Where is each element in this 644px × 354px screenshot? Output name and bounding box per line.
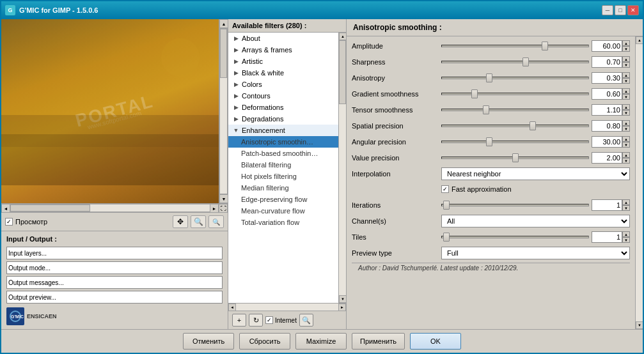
anisotropy-down[interactable]: ▼	[622, 78, 630, 84]
angular-prec-slider-container[interactable]	[441, 137, 589, 147]
tensor-smooth-down[interactable]: ▼	[622, 110, 630, 116]
iterations-input[interactable]	[592, 199, 622, 211]
spatial-prec-up[interactable]: ▲	[622, 120, 630, 126]
filter-item-degradations[interactable]: ▶ Degradations	[228, 113, 338, 125]
filter-item-hotpixels[interactable]: Hot pixels filtering	[228, 171, 338, 182]
tensor-smooth-input[interactable]	[592, 104, 622, 116]
h-scroll-track[interactable]	[10, 204, 210, 212]
angular-prec-down[interactable]: ▼	[622, 142, 630, 148]
anisotropy-slider-container[interactable]	[441, 73, 589, 83]
close-button[interactable]: ✕	[627, 5, 639, 15]
add-filter-button[interactable]: +	[232, 314, 246, 327]
minimize-button[interactable]: ─	[602, 5, 613, 15]
h-scroll-left[interactable]: ◄	[1, 204, 10, 213]
v-scroll-down[interactable]: ▼	[219, 194, 228, 203]
search-filter-button[interactable]: 🔍	[299, 314, 313, 327]
spatial-prec-input[interactable]	[592, 120, 622, 132]
internet-checkbox[interactable]: ✓	[265, 316, 273, 324]
value-prec-up[interactable]: ▲	[622, 152, 630, 158]
fv-scroll-down[interactable]: ▼	[339, 295, 346, 303]
refresh-filter-button[interactable]: ↻	[249, 314, 263, 327]
filter-item-arrays[interactable]: ▶ Arrays & frames	[228, 44, 338, 56]
fh-track[interactable]	[236, 304, 338, 311]
channels-select[interactable]: All RGB RGBA	[441, 215, 630, 227]
sharpness-up[interactable]: ▲	[622, 56, 630, 62]
filter-item-enhancement[interactable]: ▼ Enhancement	[228, 125, 338, 136]
amplitude-up[interactable]: ▲	[622, 40, 630, 46]
preview-checkbox[interactable]: ✓	[5, 218, 13, 226]
tensor-smooth-slider-thumb[interactable]	[483, 105, 489, 114]
ok-button[interactable]: OK	[410, 333, 461, 350]
filter-item-colors[interactable]: ▶ Colors	[228, 79, 338, 90]
sharpness-slider-container[interactable]	[441, 57, 589, 67]
gradient-smooth-up[interactable]: ▲	[622, 88, 630, 94]
gradient-smooth-down[interactable]: ▼	[622, 94, 630, 100]
spatial-prec-slider-thumb[interactable]	[530, 121, 536, 130]
tiles-down[interactable]: ▼	[622, 237, 630, 243]
anisotropy-up[interactable]: ▲	[622, 72, 630, 78]
zoom-in-button[interactable]: 🔍	[191, 215, 206, 228]
filter-item-anisotropic[interactable]: Anisotropic smoothin…	[228, 136, 338, 148]
fullscreen-button[interactable]: ⛶	[219, 204, 228, 213]
value-prec-down[interactable]: ▼	[622, 158, 630, 164]
value-prec-slider-thumb[interactable]	[512, 153, 519, 162]
filter-item-patch[interactable]: Patch-based smoothin…	[228, 148, 338, 159]
filter-item-bilateral[interactable]: Bilateral filtering	[228, 159, 338, 171]
maximize-button[interactable]: □	[615, 5, 626, 15]
filter-item-contours[interactable]: ▶ Contours	[228, 90, 338, 102]
output-mode-select[interactable]: Output mode...	[6, 261, 223, 274]
spatial-prec-down[interactable]: ▼	[622, 126, 630, 132]
spatial-prec-slider-container[interactable]	[441, 121, 589, 131]
rs-up[interactable]: ▲	[636, 36, 643, 44]
apply-button[interactable]: Применить	[352, 333, 405, 350]
tiles-input[interactable]	[592, 231, 622, 243]
iterations-down[interactable]: ▼	[622, 205, 630, 211]
filter-item-median[interactable]: Median filtering	[228, 182, 338, 194]
fast-approx-checkbox[interactable]: ✓	[441, 185, 449, 193]
v-scroll-up[interactable]: ▲	[219, 19, 228, 28]
value-prec-slider-container[interactable]	[441, 153, 589, 163]
anisotropy-slider-thumb[interactable]	[486, 73, 492, 82]
filter-item-edge[interactable]: Edge-preserving flow	[228, 194, 338, 205]
angular-prec-input[interactable]	[592, 136, 622, 148]
reset-button[interactable]: Сбросить	[239, 333, 290, 350]
filter-item-artistic[interactable]: ▶ Artistic	[228, 56, 338, 67]
amplitude-down[interactable]: ▼	[622, 46, 630, 52]
angular-prec-slider-thumb[interactable]	[486, 137, 492, 146]
sharpness-slider-thumb[interactable]	[522, 58, 529, 66]
amplitude-input[interactable]	[592, 40, 622, 52]
move-button[interactable]: ✥	[173, 215, 188, 228]
zoom-out-button[interactable]: 🔍	[208, 215, 224, 228]
gradient-smooth-slider-thumb[interactable]	[471, 89, 478, 98]
tiles-up[interactable]: ▲	[622, 231, 630, 237]
gradient-smooth-input[interactable]	[592, 88, 622, 100]
rs-down[interactable]: ▼	[636, 321, 643, 329]
iterations-up[interactable]: ▲	[622, 199, 630, 205]
tiles-slider-thumb[interactable]	[443, 233, 450, 242]
filter-item-totalvar[interactable]: Total-variation flow	[228, 217, 338, 228]
iterations-slider-container[interactable]	[441, 200, 589, 210]
filter-item-deformations[interactable]: ▶ Deformations	[228, 102, 338, 113]
fv-track[interactable]	[339, 40, 346, 295]
tiles-slider-container[interactable]	[441, 232, 589, 242]
angular-prec-up[interactable]: ▲	[622, 136, 630, 142]
interpolation-select[interactable]: Nearest neighbor Linear Bicubic	[441, 167, 630, 180]
sharpness-down[interactable]: ▼	[622, 62, 630, 68]
gradient-smooth-slider-container[interactable]	[441, 89, 589, 99]
rs-track[interactable]	[636, 44, 643, 321]
filter-item-about[interactable]: ▶ About	[228, 33, 338, 44]
h-scroll-right[interactable]: ►	[210, 204, 219, 213]
tensor-smooth-up[interactable]: ▲	[622, 104, 630, 110]
input-layers-select[interactable]: Input layers...	[6, 247, 223, 259]
iterations-slider-thumb[interactable]	[443, 201, 450, 210]
sharpness-input[interactable]	[592, 56, 622, 68]
tensor-smooth-slider-container[interactable]	[441, 105, 589, 115]
output-messages-select[interactable]: Output messages...	[6, 276, 223, 289]
preview-type-select[interactable]: Full Forward horizontal Forward vertical	[441, 247, 630, 259]
amplitude-slider-thumb[interactable]	[542, 42, 548, 50]
v-scroll-track[interactable]	[219, 28, 228, 194]
output-preview-select[interactable]: Output preview...	[6, 291, 223, 304]
fv-scroll-up[interactable]: ▲	[339, 33, 346, 40]
filter-item-meancurv[interactable]: Mean-curvature flow	[228, 205, 338, 217]
filter-item-black-white[interactable]: ▶ Black & white	[228, 67, 338, 79]
